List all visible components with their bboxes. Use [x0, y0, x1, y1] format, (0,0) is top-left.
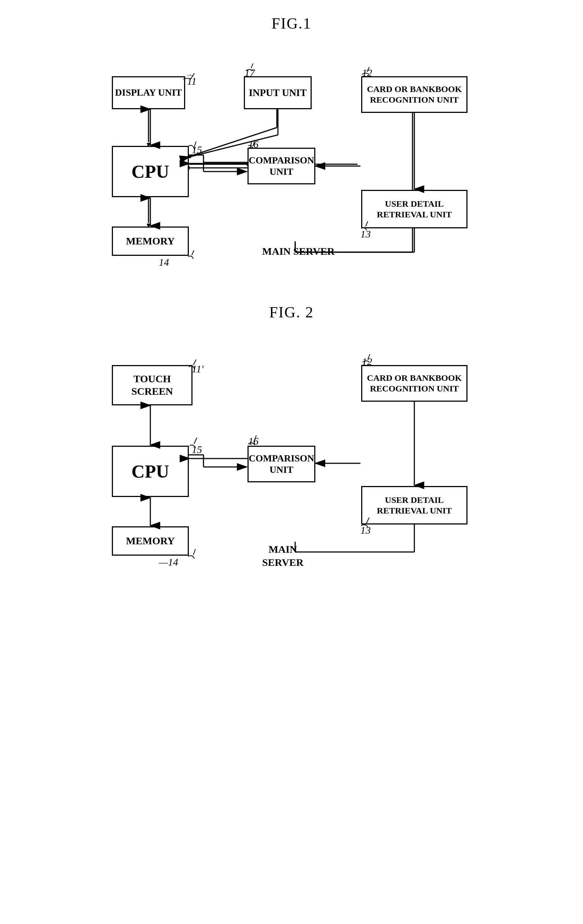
fig2-main-server-label: MAINSERVER: [262, 543, 304, 569]
fig1-ref-14: 14: [159, 257, 169, 268]
svg-line-43: [192, 250, 194, 255]
fig1-memory-box: MEMORY: [112, 226, 189, 256]
fig1-user-detail-box: USER DETAIL RETRIEVAL UNIT: [361, 190, 467, 228]
fig1-ref-13: 13: [360, 228, 371, 240]
fig2-section: FIG. 2 TOUCHSCREEN CPU MEMORY COMPARISON…: [0, 304, 583, 578]
fig2-ref-16: 16: [248, 436, 259, 447]
fig2-ref-12: 12: [362, 356, 372, 368]
fig1-ref-17: 17: [244, 67, 255, 79]
fig1-input-unit-box: INPUT UNIT: [244, 76, 312, 109]
fig1-card-recognition-box: CARD OR BANKBOOK RECOGNITION UNIT: [361, 76, 467, 113]
svg-line-61: [194, 437, 197, 444]
fig1-comparison-unit-box: COMPARISON UNIT: [248, 148, 315, 184]
fig1-display-unit-box: DISPLAY UNIT: [112, 76, 185, 109]
fig2-ref-13: 13: [360, 525, 371, 536]
fig1-section: FIG.1: [0, 15, 583, 274]
fig2-cpu-box: CPU: [112, 446, 189, 497]
fig2-ref-11: 11': [192, 363, 203, 375]
fig1-cpu-box: CPU: [112, 146, 189, 197]
fig2-user-detail-box: USER DETAILRETRIEVAL UNIT: [361, 486, 467, 525]
fig1-title: FIG.1: [0, 15, 583, 32]
fig1-ref-16: 16: [248, 139, 259, 150]
fig1-main-server-label: MAIN SERVER: [262, 245, 334, 258]
fig2-memory-box: MEMORY: [112, 526, 189, 556]
fig2-ref-14: —14: [159, 556, 178, 568]
svg-line-65: [193, 549, 195, 555]
fig1-ref-15: 15: [192, 144, 202, 156]
fig1-ref-12: 12: [362, 67, 372, 79]
fig2-touch-screen-box: TOUCHSCREEN: [112, 365, 193, 405]
fig1-ref11-curve: ⌒: [185, 73, 193, 84]
fig2-title: FIG. 2: [0, 304, 583, 321]
fig2-card-recognition-box: CARD OR BANKBOOKRECOGNITION UNIT: [361, 365, 467, 402]
page-container: FIG.1: [0, 0, 583, 924]
fig2-ref-15: 15: [192, 444, 202, 455]
fig2-comparison-unit-box: COMPARISONUNIT: [248, 446, 315, 482]
